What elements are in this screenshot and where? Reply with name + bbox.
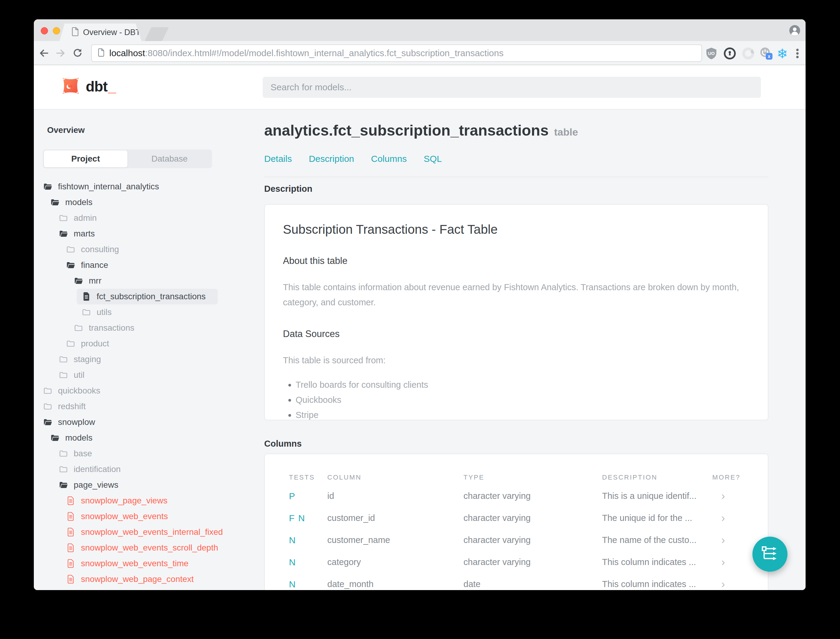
cell-description: This column indicates ... <box>602 557 712 567</box>
page-security-icon[interactable] <box>98 48 105 58</box>
tree-file-snowplow_web_events_internal_fixed[interactable]: snowplow_web_events_internal_fixed <box>34 524 263 540</box>
column-row-date_month[interactable]: Ndate_monthdateThis column indicates ...… <box>289 573 744 590</box>
cell-type: character varying <box>464 491 602 501</box>
tree-folder-product[interactable]: product <box>34 336 263 351</box>
cell-type: character varying <box>464 535 602 545</box>
row-expand-chevron[interactable]: › <box>712 579 744 590</box>
tab-database[interactable]: Database <box>128 150 211 168</box>
columns-section-label: Columns <box>264 439 302 449</box>
tree-file-snowplow_web_events_time[interactable]: snowplow_web_events_time <box>34 556 263 571</box>
tree-folder-mrr[interactable]: mrr <box>34 273 263 289</box>
cell-type: date <box>464 579 602 589</box>
folder-icon <box>59 355 68 363</box>
disabled-extension-icon[interactable] <box>741 46 755 60</box>
tree-folder-consulting[interactable]: consulting <box>34 242 263 257</box>
tree-folder-staging[interactable]: staging <box>34 351 263 367</box>
url-host: localhost <box>109 48 145 58</box>
column-row-customer_id[interactable]: F Ncustomer_idcharacter varyingThe uniqu… <box>289 507 744 529</box>
dbt-logo[interactable]: dbt_ <box>61 76 116 97</box>
row-expand-chevron[interactable]: › <box>712 513 744 524</box>
tree-folder-snowplow[interactable]: snowplow <box>34 414 263 430</box>
column-row-customer_name[interactable]: Ncustomer_namecharacter varyingThe name … <box>289 529 744 551</box>
model-nav-description[interactable]: Description <box>309 154 354 164</box>
folder-icon <box>59 465 68 473</box>
cell-column-name: date_month <box>327 579 464 589</box>
file-tree: fishtown_internal_analyticsmodelsadminma… <box>34 179 263 587</box>
dbt-logo-icon <box>61 76 80 97</box>
folder-icon <box>74 324 83 332</box>
reload-button[interactable] <box>72 47 84 59</box>
tree-file-snowplow_web_page_context[interactable]: snowplow_web_page_context <box>34 571 263 587</box>
tree-folder-quickbooks[interactable]: quickbooks <box>34 383 263 399</box>
row-expand-chevron[interactable]: › <box>712 535 744 546</box>
tree-item-label: staging <box>74 354 101 364</box>
tab-project[interactable]: Project <box>43 150 128 168</box>
columns-table-header: TESTSCOLUMNTYPEDESCRIPTIONMORE? <box>289 470 744 485</box>
tree-item-label: models <box>65 197 92 207</box>
lineage-graph-button[interactable] <box>753 537 788 572</box>
folder-open-icon <box>66 261 76 269</box>
cell-column-name: customer_name <box>327 535 464 545</box>
model-nav-details[interactable]: Details <box>264 154 292 164</box>
tree-file-snowplow_web_events_scroll_depth[interactable]: snowplow_web_events_scroll_depth <box>34 540 263 556</box>
materialization-badge: table <box>554 126 578 138</box>
row-expand-chevron[interactable]: › <box>712 491 744 502</box>
column-row-id[interactable]: Pidcharacter varyingThis is a unique ide… <box>289 485 744 507</box>
tree-file-fct_subscription_transactions[interactable]: fct_subscription_transactions <box>77 289 218 304</box>
power-x-extension-icon[interactable]: x <box>759 46 773 60</box>
tree-folder-page_views[interactable]: page_views <box>34 477 263 493</box>
data-source-item: Stripe <box>295 410 750 420</box>
tree-item-label: marts <box>74 229 95 238</box>
snowflake-extension-icon[interactable]: ❄ <box>775 46 789 60</box>
tree-item-label: fishtown_internal_analytics <box>58 182 159 191</box>
sidebar-overview-link[interactable]: Overview <box>47 125 85 135</box>
tree-folder-fishtown_internal_analytics[interactable]: fishtown_internal_analytics <box>34 179 263 194</box>
tree-file-snowplow_page_views[interactable]: snowplow_page_views <box>34 493 263 509</box>
forward-button[interactable] <box>54 47 67 59</box>
row-expand-chevron[interactable]: › <box>712 557 744 568</box>
browser-profile-avatar[interactable] <box>789 25 800 36</box>
tree-item-label: snowplow_page_views <box>81 496 167 505</box>
tree-folder-transactions[interactable]: transactions <box>34 320 263 336</box>
browser-menu-icon[interactable] <box>791 46 804 60</box>
search-placeholder: Search for models... <box>270 82 351 92</box>
doc-heading: Subscription Transactions - Fact Table <box>283 222 750 237</box>
tree-folder-utils[interactable]: utils <box>34 304 263 320</box>
data-sources-list: Trello boards for consulting clientsQuic… <box>283 380 750 420</box>
window-close-button[interactable] <box>41 27 48 35</box>
model-section-nav: DetailsDescriptionColumnsSQL <box>264 154 442 164</box>
cell-tests: N <box>289 557 327 567</box>
search-input[interactable]: Search for models... <box>263 77 761 98</box>
window-minimize-button[interactable] <box>53 27 60 35</box>
tree-folder-admin[interactable]: admin <box>34 210 263 226</box>
tree-folder-util[interactable]: util <box>34 367 263 383</box>
tree-file-snowplow_web_events[interactable]: snowplow_web_events <box>34 509 263 524</box>
cell-tests: N <box>289 535 327 545</box>
browser-tab[interactable]: Overview - DBT Docs ✕ <box>59 24 141 41</box>
new-tab-button[interactable] <box>144 27 169 41</box>
model-nav-sql[interactable]: SQL <box>424 154 442 164</box>
column-row-category[interactable]: Ncategorycharacter varyingThis column in… <box>289 551 744 573</box>
folder-open-icon <box>50 434 60 442</box>
tree-folder-base[interactable]: base <box>34 446 263 461</box>
tree-folder-identification[interactable]: identification <box>34 461 263 477</box>
columns-card: TESTSCOLUMNTYPEDESCRIPTIONMORE? Pidchara… <box>264 454 769 590</box>
tree-folder-marts[interactable]: marts <box>34 226 263 242</box>
folder-open-icon <box>43 183 52 191</box>
doc-subheading-about: About this table <box>283 256 750 266</box>
tree-folder-models[interactable]: models <box>34 194 263 210</box>
tree-folder-models[interactable]: models <box>34 430 263 446</box>
model-file-icon <box>66 496 76 505</box>
app-body: Overview Project Database fishtown_inter… <box>34 110 805 590</box>
cell-description: The name of the custo... <box>602 535 712 545</box>
tree-folder-redshift[interactable]: redshift <box>34 399 263 414</box>
tree-folder-finance[interactable]: finance <box>34 257 263 273</box>
back-button[interactable] <box>38 47 50 59</box>
onepassword-extension-icon[interactable] <box>723 46 737 60</box>
model-nav-columns[interactable]: Columns <box>371 154 407 164</box>
cell-tests: F N <box>289 513 327 523</box>
column-header-tests: TESTS <box>289 474 327 482</box>
tree-item-label: mrr <box>89 276 102 286</box>
ublock-extension-icon[interactable]: UO <box>704 46 718 60</box>
url-bar[interactable]: localhost:8080/index.html#!/model/model.… <box>91 45 702 62</box>
